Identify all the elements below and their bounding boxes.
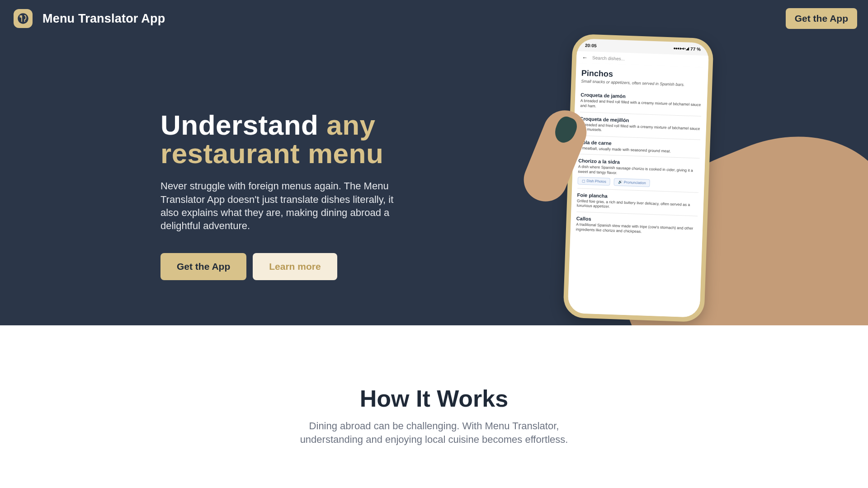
top-bar: Menu Translator App Get the App bbox=[0, 0, 868, 37]
phone-screen: 20:05 ●●● ▸◂ ▪ ◢ 77 % ← Search dishes...… bbox=[567, 38, 709, 318]
phone-mockup: 20:05 ●●● ▸◂ ▪ ◢ 77 % ← Search dishes...… bbox=[563, 34, 714, 323]
dish-item[interactable]: Croqueta de jamónA breaded and fried rol… bbox=[580, 89, 702, 116]
brand: Menu Translator App bbox=[14, 9, 165, 28]
dish-list: Pinchos Small snacks or appetizers, ofte… bbox=[567, 63, 708, 318]
dish-photos-button[interactable]: ▢ Dish Photos bbox=[577, 177, 610, 186]
header-get-app-button[interactable]: Get the App bbox=[786, 8, 857, 29]
how-subtitle: Dining abroad can be challenging. With M… bbox=[280, 419, 588, 446]
hero-section: Menu Translator App Get the App Understa… bbox=[0, 0, 868, 325]
how-title: How It Works bbox=[9, 385, 859, 412]
hero-subtitle: Never struggle with foreign menus again.… bbox=[160, 179, 414, 232]
status-battery: 77 % bbox=[690, 46, 701, 52]
photo-icon: ▢ bbox=[582, 178, 585, 183]
hero-learn-more-button[interactable]: Learn more bbox=[253, 253, 337, 280]
hero-title: Understand any restaurant menu bbox=[160, 111, 434, 168]
dish-item[interactable]: CallosA traditional Spanish stew made wi… bbox=[576, 211, 698, 239]
dish-pronounce-button[interactable]: 🔊 Pronunciation bbox=[614, 178, 650, 187]
dish-item[interactable]: Croqueta de mejillónA breaded and fried … bbox=[579, 112, 701, 140]
speaker-icon: 🔊 bbox=[618, 180, 623, 184]
brand-name: Menu Translator App bbox=[42, 12, 165, 26]
app-logo-icon bbox=[14, 9, 33, 28]
search-placeholder[interactable]: Search dishes... bbox=[592, 55, 625, 61]
hero-get-app-button[interactable]: Get the App bbox=[160, 253, 246, 280]
dish-item[interactable]: Foie planchaGrilled foie gras, a rich an… bbox=[576, 188, 698, 216]
hero-copy: Understand any restaurant menu Never str… bbox=[0, 0, 452, 325]
dish-item[interactable]: Chorizo a la sidraA dish where Spanish s… bbox=[577, 154, 699, 192]
hero-cta-row: Get the App Learn more bbox=[160, 253, 434, 280]
status-right: ●●● ▸◂ ▪ ◢ 77 % bbox=[673, 46, 701, 52]
dish-action-row: ▢ Dish Photos🔊 Pronunciation bbox=[577, 177, 698, 188]
svg-point-0 bbox=[18, 13, 28, 23]
status-indicators-icon: ●●● ▸◂ ▪ ◢ bbox=[673, 46, 689, 51]
back-arrow-icon[interactable]: ← bbox=[582, 54, 588, 61]
hero-title-lead: Understand bbox=[160, 109, 326, 141]
status-time: 20:05 bbox=[585, 42, 597, 48]
hero-device-illustration: 20:05 ●●● ▸◂ ▪ ◢ 77 % ← Search dishes...… bbox=[533, 32, 814, 325]
how-it-works-section: How It Works Dining abroad can be challe… bbox=[0, 325, 868, 482]
